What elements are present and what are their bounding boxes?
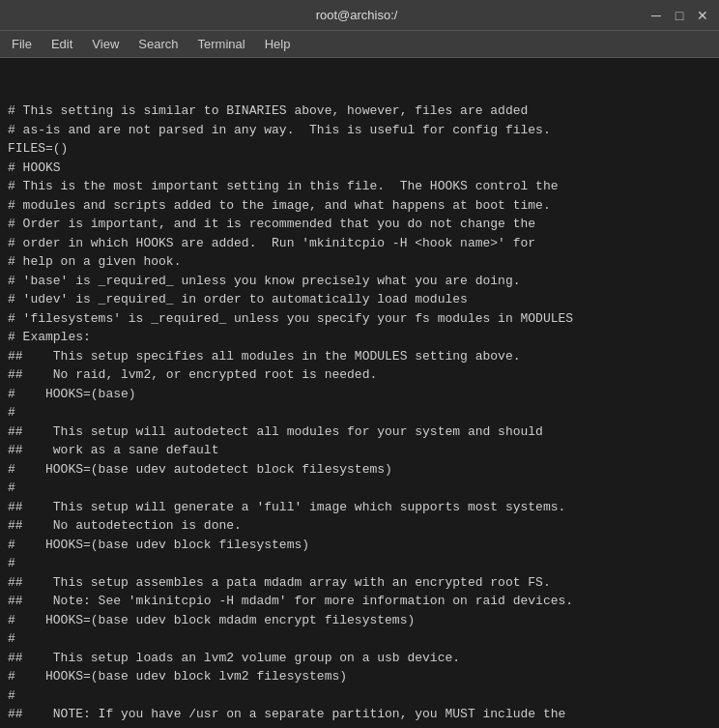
terminal-line: # order in which HOOKS are added. Run 'm… — [8, 234, 711, 253]
terminal-line: # help on a given hook. — [8, 252, 711, 272]
window-controls: ─ □ ✕ — [647, 7, 711, 24]
terminal-line: ## work as a sane default — [8, 441, 711, 460]
menu-terminal[interactable]: Terminal — [190, 35, 253, 53]
terminal-line: # HOOKS=(base) — [8, 385, 711, 404]
terminal-line: # Order is important, and it is recommen… — [8, 215, 711, 234]
terminal-line: # This is the most important setting in … — [8, 177, 711, 196]
menu-edit[interactable]: Edit — [43, 35, 80, 53]
terminal-line: ## No autodetection is done. — [8, 516, 711, 536]
terminal-line: ## This setup will generate a 'full' ima… — [8, 498, 711, 517]
terminal-line: # 'filesystems' is _required_ unless you… — [8, 309, 711, 329]
terminal-line: # — [8, 403, 711, 422]
terminal-line: # HOOKS — [8, 159, 711, 178]
menu-search[interactable]: Search — [130, 35, 186, 53]
minimize-button[interactable]: ─ — [647, 7, 665, 24]
terminal-line: # — [8, 554, 711, 573]
menu-bar: File Edit View Search Terminal Help — [0, 31, 719, 58]
terminal-line: ## This setup specifies all modules in t… — [8, 347, 711, 366]
terminal-line: # modules and scripts added to the image… — [8, 196, 711, 216]
terminal-line: # 'base' is _required_ unless you know p… — [8, 272, 711, 291]
maximize-button[interactable]: □ — [671, 7, 688, 24]
terminal-line: ## This setup assembles a pata mdadm arr… — [8, 573, 711, 593]
terminal-line: # usr, fsck and shutdown hooks. — [8, 724, 711, 729]
terminal-line: # HOOKS=(base udev block mdadm encrypt f… — [8, 611, 711, 630]
menu-help[interactable]: Help — [257, 35, 299, 53]
terminal-line: # HOOKS=(base udev autodetect block file… — [8, 460, 711, 480]
terminal-line: ## Note: See 'mkinitcpio -H mdadm' for m… — [8, 592, 711, 611]
menu-file[interactable]: File — [4, 35, 40, 53]
terminal-line: ## This setup loads an lvm2 volume group… — [8, 649, 711, 668]
terminal-line: ## NOTE: If you have /usr on a separate … — [8, 705, 711, 724]
title-bar: root@archiso:/ ─ □ ✕ — [0, 0, 719, 31]
terminal-line: ## No raid, lvm2, or encrypted root is n… — [8, 365, 711, 385]
window: root@archiso:/ ─ □ ✕ File Edit View Sear… — [0, 0, 719, 728]
terminal-line: # HOOKS=(base udev block lvm2 filesystem… — [8, 667, 711, 686]
terminal-line: FILES=() — [8, 139, 711, 159]
menu-view[interactable]: View — [84, 35, 127, 53]
terminal-line: # Examples: — [8, 328, 711, 347]
close-button[interactable]: ✕ — [694, 7, 711, 24]
terminal-content: # This setting is similar to BINARIES ab… — [0, 58, 719, 728]
terminal-line: # — [8, 629, 711, 649]
terminal-line: # This setting is similar to BINARIES ab… — [8, 102, 711, 121]
terminal-line: # HOOKS=(base udev block filesystems) — [8, 536, 711, 555]
terminal-line: # 'udev' is _required_ in order to autom… — [8, 290, 711, 309]
window-title: root@archiso:/ — [66, 8, 647, 22]
terminal-line: # — [8, 686, 711, 706]
terminal-line: # as-is and are not parsed in any way. T… — [8, 121, 711, 140]
terminal-line: ## This setup will autodetect all module… — [8, 422, 711, 442]
terminal-line: # — [8, 479, 711, 498]
